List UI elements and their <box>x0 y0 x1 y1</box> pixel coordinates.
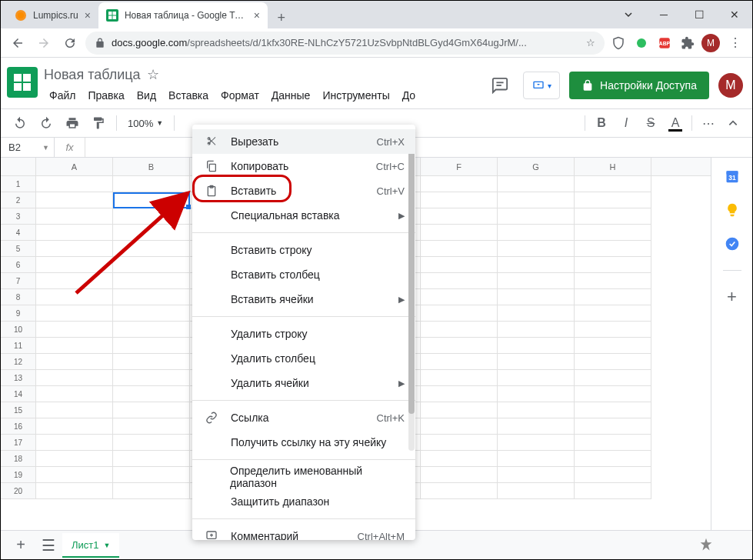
ctx-item[interactable]: КопироватьCtrl+C <box>192 154 415 178</box>
browser-tab-lumpics[interactable]: Lumpics.ru × <box>7 2 98 28</box>
cell[interactable] <box>498 338 575 354</box>
row-header[interactable]: 14 <box>1 386 35 402</box>
bold-button[interactable]: B <box>590 112 613 135</box>
cell[interactable] <box>498 208 575 225</box>
cell[interactable] <box>575 467 651 483</box>
col-header[interactable]: A <box>36 158 113 175</box>
ctx-item[interactable]: ВырезатьCtrl+X <box>192 129 415 154</box>
cell[interactable] <box>36 467 113 483</box>
row-header[interactable]: 6 <box>1 257 35 273</box>
cell[interactable] <box>113 386 190 402</box>
row-header[interactable]: 7 <box>1 273 35 289</box>
cell[interactable] <box>498 418 575 435</box>
browser-menu-button[interactable]: ⋮ <box>725 32 746 54</box>
collapse-toolbar-button[interactable] <box>721 112 745 135</box>
cell[interactable] <box>498 435 575 451</box>
all-sheets-button[interactable]: ☰ <box>35 532 62 559</box>
ctx-item[interactable]: Удалить столбец <box>192 346 415 371</box>
print-button[interactable] <box>61 112 84 135</box>
cell[interactable] <box>575 402 651 418</box>
cell[interactable] <box>575 176 651 192</box>
cell[interactable] <box>575 370 651 386</box>
cell[interactable] <box>113 467 190 483</box>
ctx-item[interactable]: Вставить столбец <box>192 262 415 287</box>
cell[interactable] <box>575 305 651 322</box>
cell[interactable] <box>421 402 498 418</box>
cell[interactable] <box>575 225 651 241</box>
ctx-item[interactable]: СсылкаCtrl+K <box>192 405 415 430</box>
row-header[interactable]: 5 <box>1 241 35 257</box>
sheets-logo-icon[interactable] <box>7 67 38 98</box>
cell[interactable] <box>113 418 190 435</box>
row-header[interactable]: 10 <box>1 322 35 338</box>
cell[interactable] <box>113 402 190 418</box>
cell[interactable] <box>36 354 113 370</box>
menu-file[interactable]: Файл <box>44 86 81 105</box>
row-header[interactable]: 12 <box>1 354 35 370</box>
cell[interactable] <box>575 322 651 338</box>
extensions-puzzle-icon[interactable] <box>678 34 697 52</box>
cell[interactable] <box>575 257 651 273</box>
row-header[interactable]: 1 <box>1 176 35 192</box>
more-tools-button[interactable]: ⋯ <box>697 112 720 135</box>
add-sheet-button[interactable]: + <box>7 532 35 559</box>
cell[interactable] <box>113 338 190 354</box>
cell[interactable] <box>421 338 498 354</box>
comments-button[interactable] <box>486 72 514 99</box>
cell[interactable] <box>36 322 113 338</box>
italic-button[interactable]: I <box>615 112 638 135</box>
cell[interactable] <box>113 435 190 451</box>
ctx-item[interactable]: Удалить ячейки▶ <box>192 371 415 395</box>
zoom-dropdown[interactable]: 100%▼ <box>123 118 168 129</box>
cell[interactable] <box>36 338 113 354</box>
ctx-item[interactable]: Вставить ячейки▶ <box>192 287 415 312</box>
explore-button[interactable] <box>694 533 718 558</box>
col-header[interactable]: H <box>575 158 651 175</box>
ctx-item[interactable]: Вставить строку <box>192 238 415 262</box>
col-header[interactable]: F <box>421 158 498 175</box>
menu-data[interactable]: Данные <box>266 86 316 105</box>
extension-adblock-icon[interactable]: ABP <box>655 34 674 52</box>
profile-avatar[interactable]: М <box>701 34 720 52</box>
cell[interactable] <box>498 451 575 467</box>
tab-close-icon[interactable]: × <box>85 9 91 22</box>
row-header[interactable]: 3 <box>1 208 35 225</box>
extension-evernote-icon[interactable] <box>632 34 651 52</box>
cell[interactable] <box>421 192 498 208</box>
keep-addon-icon[interactable] <box>725 202 740 218</box>
cell[interactable] <box>575 386 651 402</box>
cell[interactable] <box>498 257 575 273</box>
cell[interactable] <box>421 435 498 451</box>
calendar-addon-icon[interactable]: 31 <box>725 168 740 184</box>
col-header[interactable]: G <box>498 158 575 175</box>
cell[interactable] <box>575 483 651 499</box>
cell[interactable] <box>113 305 190 322</box>
cell[interactable] <box>421 305 498 322</box>
cell[interactable] <box>113 354 190 370</box>
row-header[interactable]: 17 <box>1 435 35 451</box>
present-button[interactable]: ▾ <box>523 72 560 99</box>
cell[interactable] <box>113 322 190 338</box>
cell[interactable] <box>575 273 651 289</box>
menu-edit[interactable]: Правка <box>82 86 129 105</box>
cell[interactable] <box>498 483 575 499</box>
cell[interactable] <box>498 354 575 370</box>
cell[interactable] <box>575 338 651 354</box>
ctx-item[interactable]: Определить именованный диапазон <box>192 465 415 489</box>
row-header[interactable]: 15 <box>1 402 35 418</box>
row-header[interactable]: 8 <box>1 289 35 305</box>
row-header[interactable]: 9 <box>1 305 35 322</box>
cell[interactable] <box>421 467 498 483</box>
tab-close-icon[interactable]: × <box>254 9 260 22</box>
col-header[interactable]: B <box>113 158 190 175</box>
cell[interactable] <box>113 370 190 386</box>
document-title[interactable]: Новая таблица <box>44 67 141 83</box>
redo-button[interactable] <box>35 112 58 135</box>
forward-button[interactable] <box>33 32 55 54</box>
window-close-button[interactable]: ✕ <box>717 1 752 28</box>
cell[interactable] <box>36 483 113 499</box>
menu-view[interactable]: Вид <box>132 86 162 105</box>
menu-insert[interactable]: Вставка <box>163 86 214 105</box>
cell[interactable] <box>421 483 498 499</box>
cell[interactable] <box>575 418 651 435</box>
